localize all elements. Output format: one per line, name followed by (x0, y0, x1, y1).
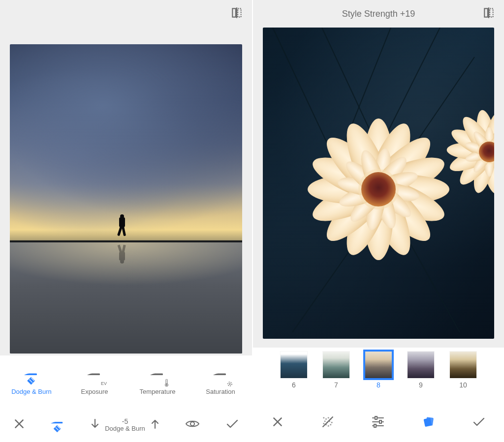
compare-icon[interactable] (482, 6, 495, 21)
filter-10[interactable]: 10 (442, 352, 484, 389)
mask-visibility-button[interactable] (185, 418, 200, 431)
svg-point-25 (324, 420, 325, 422)
style-editor-screen: Style Strength +19 (252, 0, 504, 442)
brush-icon: EV (87, 368, 102, 385)
brush-editor-screen: Dodge & Burn EV Exposure (0, 0, 252, 442)
svg-point-32 (330, 424, 331, 425)
apply-button[interactable] (472, 416, 486, 430)
page-title: Style Strength +19 (342, 9, 415, 19)
check-icon (472, 416, 486, 428)
cancel-button[interactable] (13, 417, 26, 432)
styles-button[interactable] (421, 415, 435, 430)
saturation-badge-icon (226, 380, 234, 388)
arrow-down-icon (90, 418, 100, 430)
bottom-action-bar: -5 Dodge & Burn (0, 408, 252, 442)
svg-point-10 (190, 422, 194, 426)
filter-number: 6 (292, 381, 296, 389)
svg-point-22 (325, 418, 327, 420)
filter-6[interactable]: 6 (273, 352, 315, 389)
increase-button[interactable] (150, 418, 160, 432)
arrow-up-icon (150, 418, 160, 430)
brush-dodge-burn[interactable]: Dodge & Burn (0, 355, 63, 408)
shuffle-button[interactable] (321, 415, 335, 431)
stepper-value: -5 (105, 418, 145, 425)
filter-number: 9 (419, 381, 423, 389)
brush-tool-row: Dodge & Burn EV Exposure (0, 355, 252, 408)
svg-point-6 (166, 384, 167, 385)
eye-icon (185, 418, 200, 429)
filter-swatch (450, 352, 476, 378)
filter-8[interactable]: 8 (357, 352, 400, 389)
decrease-button[interactable] (90, 418, 100, 432)
brush-icon (24, 368, 39, 385)
filter-strip[interactable]: 6 7 8 9 10 (253, 348, 504, 404)
cards-icon (421, 415, 435, 428)
close-icon (271, 415, 284, 428)
filter-7[interactable]: 7 (315, 352, 357, 389)
sliders-icon (371, 415, 385, 428)
filter-swatch (281, 352, 307, 378)
svg-rect-39 (374, 424, 376, 427)
svg-rect-13 (490, 8, 493, 17)
brush-label: Saturation (206, 388, 235, 395)
svg-point-31 (327, 425, 329, 427)
svg-rect-41 (426, 417, 434, 426)
svg-point-21 (323, 417, 324, 418)
stepper-label: Dodge & Burn (105, 425, 145, 432)
filter-number: 10 (459, 381, 467, 389)
brush-temperature[interactable]: Temperature (126, 355, 189, 408)
brush-exposure[interactable]: EV Exposure (63, 355, 126, 408)
brush-settings-button[interactable] (51, 417, 64, 433)
svg-rect-37 (379, 420, 381, 423)
brush-icon (150, 368, 165, 385)
canvas[interactable] (263, 28, 494, 339)
svg-point-28 (331, 422, 332, 423)
filter-number: 8 (377, 381, 380, 389)
svg-point-29 (323, 423, 324, 424)
top-bar: Style Strength +19 (253, 0, 504, 28)
grain-icon (321, 415, 335, 429)
top-bar (0, 0, 252, 28)
thermometer-icon (164, 379, 170, 387)
ev-badge: EV (101, 381, 107, 386)
filter-swatch (323, 352, 349, 378)
check-icon (225, 418, 239, 430)
edited-photo (263, 28, 494, 339)
brush-label: Exposure (81, 388, 108, 395)
filter-swatch (365, 352, 392, 378)
brush-label: Temperature (140, 388, 176, 395)
canvas[interactable] (10, 44, 242, 354)
apply-button[interactable] (225, 418, 239, 432)
adjust-button[interactable] (371, 415, 385, 430)
compare-icon[interactable] (230, 6, 243, 21)
svg-rect-2 (238, 8, 241, 17)
svg-rect-11 (484, 8, 488, 17)
svg-point-8 (229, 383, 231, 384)
brush-label: Dodge & Burn (11, 388, 52, 395)
svg-rect-0 (232, 8, 236, 17)
filter-9[interactable]: 9 (400, 352, 442, 389)
brush-icon (213, 368, 228, 385)
cancel-button[interactable] (271, 415, 284, 430)
brush-saturation[interactable]: Saturation (189, 355, 252, 408)
svg-rect-35 (375, 416, 377, 419)
close-icon (13, 417, 26, 430)
filter-swatch (408, 352, 434, 378)
brush-icon (48, 414, 68, 434)
edited-photo (10, 44, 242, 354)
filter-number: 7 (334, 381, 338, 389)
svg-point-23 (327, 417, 329, 418)
stepper-readout: -5 Dodge & Burn (105, 418, 145, 432)
value-stepper: -5 Dodge & Burn (90, 418, 160, 432)
bottom-action-bar (253, 404, 504, 442)
